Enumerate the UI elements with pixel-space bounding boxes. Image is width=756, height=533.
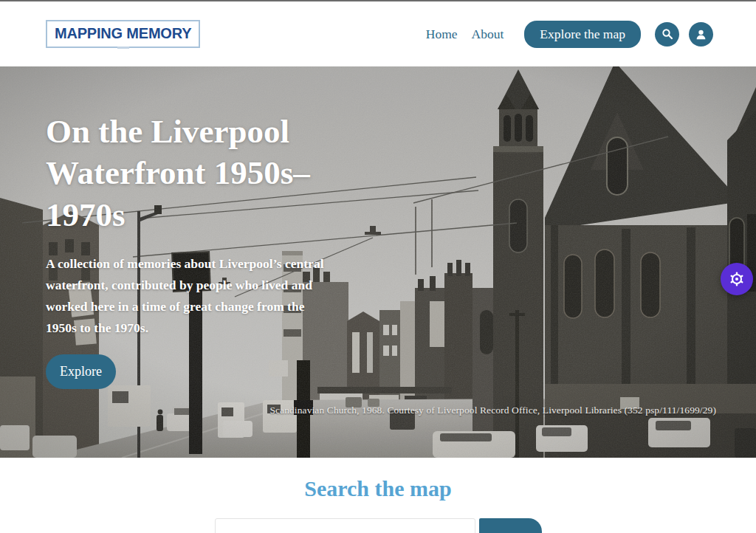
hero-description: A collection of memories about Liverpool… xyxy=(46,253,331,339)
site-logo-text: MAPPING MEMORY xyxy=(55,25,191,41)
site-header: MAPPING MEMORY Home About Explore the ma… xyxy=(0,1,756,66)
search-section-title: Search the map xyxy=(0,476,756,501)
map-search-submit-button[interactable] xyxy=(479,518,542,533)
photo-caption: Scandinavian Church, 1968. Courtesy of L… xyxy=(269,405,716,416)
gear-icon xyxy=(728,270,746,288)
search-icon xyxy=(661,27,674,41)
nav-about[interactable]: About xyxy=(472,27,504,42)
map-search-row xyxy=(0,518,756,533)
page: MAPPING MEMORY Home About Explore the ma… xyxy=(0,0,756,533)
accessibility-settings-button[interactable] xyxy=(721,263,753,295)
search-the-map-section: Search the map xyxy=(0,458,756,533)
site-logo[interactable]: MAPPING MEMORY xyxy=(46,20,200,48)
main-nav: Home About Explore the map xyxy=(426,21,713,48)
hero: On the Liverpool Waterfront 1950s–1970s … xyxy=(0,66,756,458)
hero-content: On the Liverpool Waterfront 1950s–1970s … xyxy=(46,111,366,389)
search-button[interactable] xyxy=(655,22,679,47)
logo-mark xyxy=(117,47,129,49)
account-button[interactable] xyxy=(689,22,713,47)
explore-the-map-button[interactable]: Explore the map xyxy=(524,21,641,48)
hero-title: On the Liverpool Waterfront 1950s–1970s xyxy=(46,111,366,235)
explore-button[interactable]: Explore xyxy=(46,354,116,389)
user-icon xyxy=(694,27,708,41)
map-search-input[interactable] xyxy=(215,518,475,533)
nav-home[interactable]: Home xyxy=(426,27,458,42)
